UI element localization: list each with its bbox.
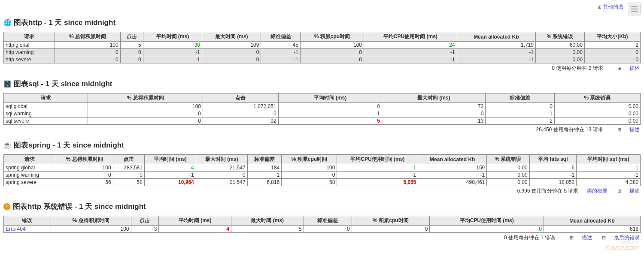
cell[interactable]: Error404 — [4, 226, 51, 233]
cell: 0.00 — [554, 110, 640, 117]
cell: -1 — [457, 49, 535, 56]
cell: -1 — [261, 49, 300, 56]
cell: 0 — [120, 56, 143, 63]
column-header: 平均CPU使用时间 (ms) — [337, 155, 418, 164]
cell: 4 — [144, 164, 196, 172]
other-chart-link[interactable]: 其他的图 — [603, 4, 623, 10]
column-header: 最大时间 (ms) — [382, 93, 486, 103]
table-row: spring global100283,581421,5471841001159… — [4, 164, 641, 172]
cell: 21,547 — [196, 164, 247, 172]
cell: 21,547 — [196, 179, 247, 186]
column-header: % 总得积累时间 — [56, 155, 113, 164]
table-row: sql global1001,072,05107200.00 — [4, 103, 641, 110]
cell: 0 — [382, 110, 486, 117]
table-row: sql warning00-10-10.00 — [4, 110, 641, 117]
cell: 18,053 — [529, 179, 577, 186]
expand-icon: ⊞ — [570, 235, 574, 240]
cell: 283,581 — [113, 164, 144, 172]
cell: -1 — [364, 56, 457, 63]
table-sql: 请求% 总得积累时间点击平均时间 (ms)最大时间 (ms)标准偏差% 系统错误… — [3, 93, 641, 125]
column-header: Mean allocated Kb — [544, 216, 640, 226]
last-errors-link[interactable]: 最后的错误 — [614, 235, 640, 241]
footer-sql: 26,450 使用每分钟在 13 请求 ⊞描述 — [3, 126, 641, 133]
column-header: 点击 — [131, 216, 159, 226]
cell: 0 — [584, 56, 640, 63]
describe-link[interactable]: 描述 — [629, 65, 640, 71]
cell: 24 — [364, 42, 457, 49]
column-header: 错误 — [4, 216, 51, 226]
column-header: % 积累cpu时间 — [300, 32, 364, 42]
cell: -1 — [278, 110, 382, 117]
cell: 5 — [231, 226, 304, 233]
cell: 0 — [55, 49, 120, 56]
cell: 0 — [55, 56, 120, 63]
class-summary-link[interactable]: 类的概要 — [587, 188, 608, 194]
table-errors: 错误% 总得积累时间点击平均时间 (ms)最大时间 (ms)标准偏差% 积累cp… — [3, 216, 641, 233]
describe-link[interactable]: 描述 — [629, 126, 640, 133]
cell: spring warning — [4, 172, 56, 179]
cell: 109 — [202, 42, 261, 49]
column-header: 最大时间 (ms) — [202, 32, 261, 42]
column-header: Mean allocated Kb — [418, 155, 487, 164]
cell: 0 — [120, 49, 143, 56]
column-header: 标准偏差 — [261, 32, 300, 42]
cell: -1 — [261, 56, 300, 63]
column-header: % 总得积累时间 — [88, 93, 203, 103]
table-row: Error404100345000618 — [4, 226, 641, 233]
cell: 45 — [261, 42, 300, 49]
column-header: 标准偏差 — [304, 216, 352, 226]
footer-spring: 6,996 使用每分钟在 5 请求 类的概要 ⊞描述 — [3, 187, 641, 195]
column-header: 请求 — [4, 155, 56, 164]
cell: 0.00 — [536, 49, 585, 56]
cell: 0 — [278, 103, 382, 110]
column-header: 平均时间 (ms) — [143, 32, 202, 42]
cell: 5 — [278, 117, 382, 125]
watermark: Yuucn.com — [605, 244, 639, 245]
table-row: sql severe09251320.00 — [4, 117, 641, 125]
column-header: % 总得积累时间 — [51, 216, 131, 226]
cell: -1 — [337, 172, 418, 179]
cell: sql severe — [4, 117, 88, 125]
footer-http: 0 使用每分钟在 2 请求 ⊞描述 — [3, 65, 641, 72]
error-icon: ! — [3, 203, 10, 210]
cell: 0 — [56, 172, 113, 179]
cell: -1 — [364, 49, 457, 56]
column-header: % 系统错误 — [554, 93, 640, 103]
cell: 0 — [352, 226, 430, 233]
top-link-bar: ⊞其他的图 — [3, 3, 641, 11]
cell: 4 — [159, 226, 231, 233]
column-header: 平均时间 (ms) — [144, 155, 196, 164]
cell: 0 — [203, 110, 278, 117]
cell: 100 — [51, 226, 131, 233]
hamburger-menu-icon[interactable] — [628, 3, 641, 15]
table-row: http global10053010945100241,71960.002 — [4, 42, 641, 49]
describe-link[interactable]: 描述 — [582, 235, 592, 241]
cell: 10,964 — [144, 179, 196, 186]
table-row: http warning00-10-10-1-10.000 — [4, 49, 641, 56]
cell: 0 — [584, 49, 640, 56]
database-icon: 🗄️ — [3, 80, 11, 88]
table-spring: 请求% 总得积累时间点击平均时间 (ms)最大时间 (ms)标准偏差% 积累cp… — [3, 154, 641, 186]
cell: 58 — [113, 179, 144, 186]
describe-link[interactable]: 描述 — [629, 188, 640, 194]
column-header: 点击 — [203, 93, 278, 103]
column-header: 平均 hits sql — [529, 155, 577, 164]
cell: 1,719 — [457, 42, 535, 49]
cell: -1 — [577, 172, 641, 179]
cell: 0 — [300, 56, 364, 63]
expand-icon: ⊞ — [617, 66, 621, 71]
column-header: 平均CPU使用时间 (ms) — [364, 32, 457, 42]
expand-icon: ⊞ — [598, 4, 601, 9]
section-title-http: 🌐 图表http - 1 天 since midnight — [3, 18, 641, 27]
cell: 100 — [282, 164, 337, 172]
cell: 6 — [529, 164, 577, 172]
cell: http warning — [4, 49, 55, 56]
table-row: spring severe565810,96421,5476,816585,65… — [4, 179, 641, 186]
cell: 490,461 — [418, 179, 487, 186]
cell: 100 — [300, 42, 364, 49]
cell: 3 — [131, 226, 159, 233]
section-title-sql: 🗄️ 图表sql - 1 天 since midnight — [3, 79, 641, 89]
cell: -1 — [529, 172, 577, 179]
column-header: % 系统错误 — [487, 155, 529, 164]
section-title-spring: ☕ 图表spring - 1 天 since midnight — [3, 140, 641, 150]
